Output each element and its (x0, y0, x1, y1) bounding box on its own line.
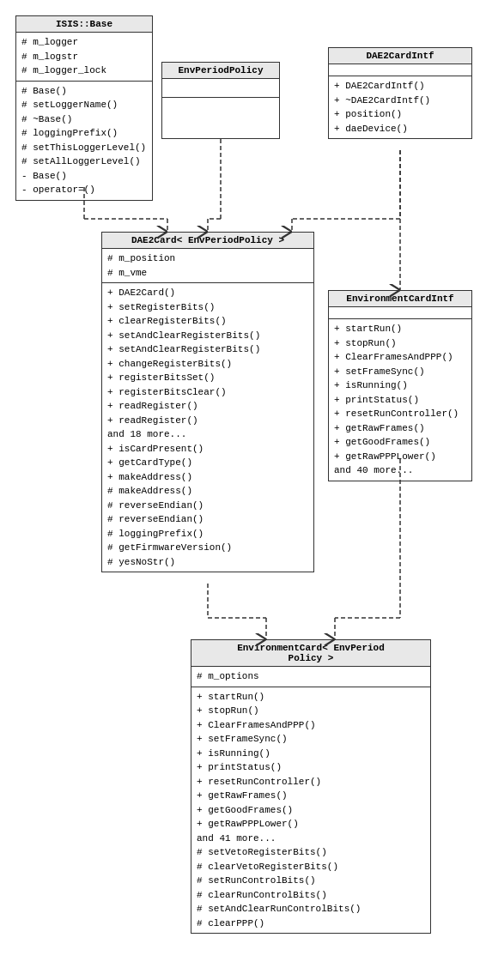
env-card-intf-s1 (329, 307, 471, 319)
dae2card-section2: + DAE2Card() + setRegisterBits() + clear… (102, 283, 313, 572)
dae2card-section1: # m_position # m_vme (102, 249, 313, 283)
diagram-container: ISIS::Base # m_logger # m_logstr # m_log… (0, 0, 486, 980)
env-period-policy-s2 (162, 98, 279, 117)
env-card-intf-box: EnvironmentCardIntf + startRun() + stopR… (328, 290, 472, 481)
isis-base-title: ISIS::Base (16, 16, 152, 33)
dae2card-intf-section1 (329, 64, 471, 76)
dae2card-box: DAE2Card< EnvPeriodPolicy > # m_position… (101, 232, 314, 572)
env-card-section2: + startRun() + stopRun() + ClearFramesAn… (191, 687, 430, 934)
isis-base-box: ISIS::Base # m_logger # m_logstr # m_log… (15, 15, 153, 201)
isis-base-section1: # m_logger # m_logstr # m_logger_lock (16, 33, 152, 82)
dae2card-intf-box: DAE2CardIntf + DAE2CardIntf() + ~DAE2Car… (328, 47, 472, 139)
env-card-intf-section1: + startRun() + stopRun() + ClearFramesAn… (329, 319, 471, 481)
env-card-title: EnvironmentCard< EnvPeriod Policy > (191, 640, 430, 667)
env-card-box: EnvironmentCard< EnvPeriod Policy > # m_… (191, 639, 431, 934)
env-period-policy-s1 (162, 79, 279, 98)
env-card-intf-title: EnvironmentCardIntf (329, 291, 471, 307)
dae2card-intf-title: DAE2CardIntf (329, 48, 471, 64)
env-card-section1: # m_options (191, 667, 430, 687)
env-period-policy-box: EnvPeriodPolicy (161, 62, 280, 139)
isis-base-section2: # Base() # setLoggerName() # ~Base() # l… (16, 82, 152, 200)
env-period-policy-title: EnvPeriodPolicy (162, 63, 279, 79)
dae2card-intf-section2: + DAE2CardIntf() + ~DAE2CardIntf() + pos… (329, 76, 471, 138)
dae2card-title: DAE2Card< EnvPeriodPolicy > (102, 233, 313, 249)
